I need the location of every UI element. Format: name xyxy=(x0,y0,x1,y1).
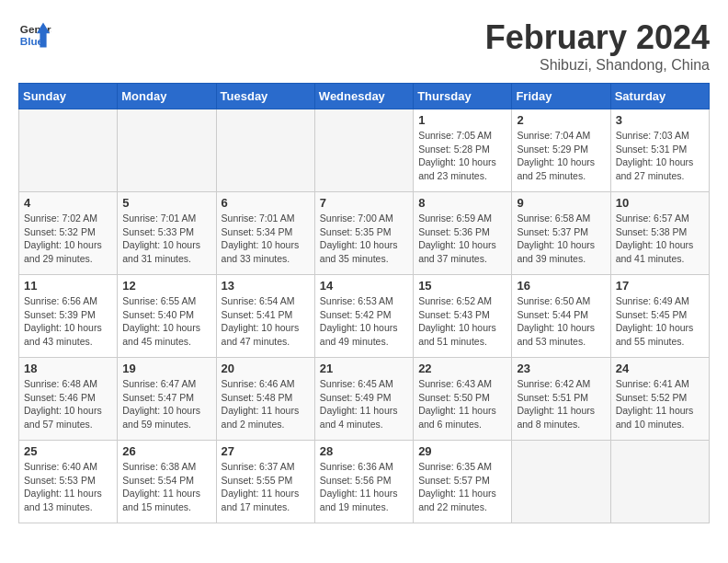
day-number: 11 xyxy=(24,279,112,293)
table-row: 3Sunrise: 7:03 AMSunset: 5:31 PMDaylight… xyxy=(610,109,709,192)
day-info: Sunrise: 6:57 AMSunset: 5:38 PMDaylight:… xyxy=(616,212,704,266)
day-info: Sunrise: 6:43 AMSunset: 5:50 PMDaylight:… xyxy=(418,377,506,431)
day-number: 29 xyxy=(418,444,506,458)
table-row: 14Sunrise: 6:53 AMSunset: 5:42 PMDayligh… xyxy=(314,275,413,358)
table-row: 27Sunrise: 6:37 AMSunset: 5:55 PMDayligh… xyxy=(216,441,314,523)
table-row xyxy=(118,109,216,192)
week-row-5: 25Sunrise: 6:40 AMSunset: 5:53 PMDayligh… xyxy=(19,441,710,523)
table-row: 19Sunrise: 6:47 AMSunset: 5:47 PMDayligh… xyxy=(118,358,216,441)
table-row: 20Sunrise: 6:46 AMSunset: 5:48 PMDayligh… xyxy=(216,358,314,441)
table-row: 7Sunrise: 7:00 AMSunset: 5:35 PMDaylight… xyxy=(314,192,413,275)
day-info: Sunrise: 7:01 AMSunset: 5:34 PMDaylight:… xyxy=(222,212,310,266)
day-number: 24 xyxy=(616,362,704,375)
day-number: 15 xyxy=(418,279,506,293)
day-number: 21 xyxy=(320,362,408,375)
table-row xyxy=(314,109,413,192)
table-row: 9Sunrise: 6:58 AMSunset: 5:37 PMDaylight… xyxy=(512,192,610,275)
day-number: 27 xyxy=(222,444,310,458)
day-number: 23 xyxy=(517,362,605,375)
header-monday: Monday xyxy=(118,84,216,109)
table-row: 11Sunrise: 6:56 AMSunset: 5:39 PMDayligh… xyxy=(19,275,118,358)
day-info: Sunrise: 7:01 AMSunset: 5:33 PMDaylight:… xyxy=(122,212,210,266)
table-row: 6Sunrise: 7:01 AMSunset: 5:34 PMDaylight… xyxy=(216,192,314,275)
day-number: 28 xyxy=(320,444,408,458)
day-info: Sunrise: 7:03 AMSunset: 5:31 PMDaylight:… xyxy=(616,129,704,183)
day-number: 3 xyxy=(616,113,704,127)
table-row: 1Sunrise: 7:05 AMSunset: 5:28 PMDaylight… xyxy=(414,109,512,192)
day-number: 26 xyxy=(122,444,210,458)
table-row xyxy=(512,441,610,523)
day-number: 22 xyxy=(418,362,506,375)
day-number: 25 xyxy=(24,444,112,458)
table-row: 15Sunrise: 6:52 AMSunset: 5:43 PMDayligh… xyxy=(414,275,512,358)
week-row-4: 18Sunrise: 6:48 AMSunset: 5:46 PMDayligh… xyxy=(19,358,710,441)
day-number: 1 xyxy=(418,113,506,127)
table-row: 12Sunrise: 6:55 AMSunset: 5:40 PMDayligh… xyxy=(118,275,216,358)
table-row: 29Sunrise: 6:35 AMSunset: 5:57 PMDayligh… xyxy=(414,441,512,523)
day-number: 17 xyxy=(616,279,704,293)
week-row-2: 4Sunrise: 7:02 AMSunset: 5:32 PMDaylight… xyxy=(19,192,710,275)
table-row: 13Sunrise: 6:54 AMSunset: 5:41 PMDayligh… xyxy=(216,275,314,358)
table-row: 22Sunrise: 6:43 AMSunset: 5:50 PMDayligh… xyxy=(414,358,512,441)
day-info: Sunrise: 6:45 AMSunset: 5:49 PMDaylight:… xyxy=(320,377,408,431)
day-number: 16 xyxy=(517,279,605,293)
table-row xyxy=(216,109,314,192)
week-row-1: 1Sunrise: 7:05 AMSunset: 5:28 PMDaylight… xyxy=(19,109,710,192)
table-row: 4Sunrise: 7:02 AMSunset: 5:32 PMDaylight… xyxy=(19,192,118,275)
day-number: 10 xyxy=(616,196,704,210)
day-info: Sunrise: 6:46 AMSunset: 5:48 PMDaylight:… xyxy=(222,377,310,431)
day-number: 7 xyxy=(320,196,408,210)
day-info: Sunrise: 6:56 AMSunset: 5:39 PMDaylight:… xyxy=(24,294,112,349)
logo-icon: General Blue xyxy=(18,18,51,52)
month-title: February 2024 xyxy=(485,18,710,57)
day-info: Sunrise: 6:35 AMSunset: 5:57 PMDaylight:… xyxy=(418,460,506,514)
week-row-3: 11Sunrise: 6:56 AMSunset: 5:39 PMDayligh… xyxy=(19,275,710,358)
day-number: 4 xyxy=(24,196,112,210)
day-info: Sunrise: 6:41 AMSunset: 5:52 PMDaylight:… xyxy=(616,377,704,431)
table-row: 24Sunrise: 6:41 AMSunset: 5:52 PMDayligh… xyxy=(610,358,709,441)
day-info: Sunrise: 6:58 AMSunset: 5:37 PMDaylight:… xyxy=(517,212,605,266)
day-info: Sunrise: 6:53 AMSunset: 5:42 PMDaylight:… xyxy=(320,294,408,349)
table-row: 17Sunrise: 6:49 AMSunset: 5:45 PMDayligh… xyxy=(610,275,709,358)
table-row: 16Sunrise: 6:50 AMSunset: 5:44 PMDayligh… xyxy=(512,275,610,358)
day-info: Sunrise: 6:50 AMSunset: 5:44 PMDaylight:… xyxy=(517,294,605,349)
day-info: Sunrise: 7:05 AMSunset: 5:28 PMDaylight:… xyxy=(418,129,506,183)
day-info: Sunrise: 6:52 AMSunset: 5:43 PMDaylight:… xyxy=(418,294,506,349)
header-wednesday: Wednesday xyxy=(314,84,413,109)
header-thursday: Thursday xyxy=(414,84,512,109)
table-row: 25Sunrise: 6:40 AMSunset: 5:53 PMDayligh… xyxy=(19,441,118,523)
day-number: 6 xyxy=(222,196,310,210)
day-number: 14 xyxy=(320,279,408,293)
day-number: 5 xyxy=(122,196,210,210)
day-info: Sunrise: 6:54 AMSunset: 5:41 PMDaylight:… xyxy=(222,294,310,349)
header: General Blue February 2024 Shibuzi, Shan… xyxy=(18,18,710,74)
day-info: Sunrise: 6:47 AMSunset: 5:47 PMDaylight:… xyxy=(122,377,210,431)
day-info: Sunrise: 7:00 AMSunset: 5:35 PMDaylight:… xyxy=(320,212,408,266)
table-row: 26Sunrise: 6:38 AMSunset: 5:54 PMDayligh… xyxy=(118,441,216,523)
day-number: 20 xyxy=(222,362,310,375)
day-info: Sunrise: 6:40 AMSunset: 5:53 PMDaylight:… xyxy=(24,460,112,514)
day-info: Sunrise: 6:37 AMSunset: 5:55 PMDaylight:… xyxy=(222,460,310,514)
table-row: 18Sunrise: 6:48 AMSunset: 5:46 PMDayligh… xyxy=(19,358,118,441)
day-info: Sunrise: 7:02 AMSunset: 5:32 PMDaylight:… xyxy=(24,212,112,266)
header-saturday: Saturday xyxy=(610,84,709,109)
table-row xyxy=(19,109,118,192)
table-row xyxy=(610,441,709,523)
weekday-header-row: Sunday Monday Tuesday Wednesday Thursday… xyxy=(19,84,710,109)
day-number: 19 xyxy=(122,362,210,375)
table-row: 5Sunrise: 7:01 AMSunset: 5:33 PMDaylight… xyxy=(118,192,216,275)
day-number: 8 xyxy=(418,196,506,210)
table-row: 21Sunrise: 6:45 AMSunset: 5:49 PMDayligh… xyxy=(314,358,413,441)
day-number: 2 xyxy=(517,113,605,127)
day-info: Sunrise: 6:55 AMSunset: 5:40 PMDaylight:… xyxy=(122,294,210,349)
day-info: Sunrise: 6:48 AMSunset: 5:46 PMDaylight:… xyxy=(24,377,112,431)
location-subtitle: Shibuzi, Shandong, China xyxy=(485,57,710,74)
table-row: 8Sunrise: 6:59 AMSunset: 5:36 PMDaylight… xyxy=(414,192,512,275)
table-row: 28Sunrise: 6:36 AMSunset: 5:56 PMDayligh… xyxy=(314,441,413,523)
header-sunday: Sunday xyxy=(19,84,118,109)
header-tuesday: Tuesday xyxy=(216,84,314,109)
table-row: 23Sunrise: 6:42 AMSunset: 5:51 PMDayligh… xyxy=(512,358,610,441)
table-row: 2Sunrise: 7:04 AMSunset: 5:29 PMDaylight… xyxy=(512,109,610,192)
day-number: 9 xyxy=(517,196,605,210)
table-row: 10Sunrise: 6:57 AMSunset: 5:38 PMDayligh… xyxy=(610,192,709,275)
